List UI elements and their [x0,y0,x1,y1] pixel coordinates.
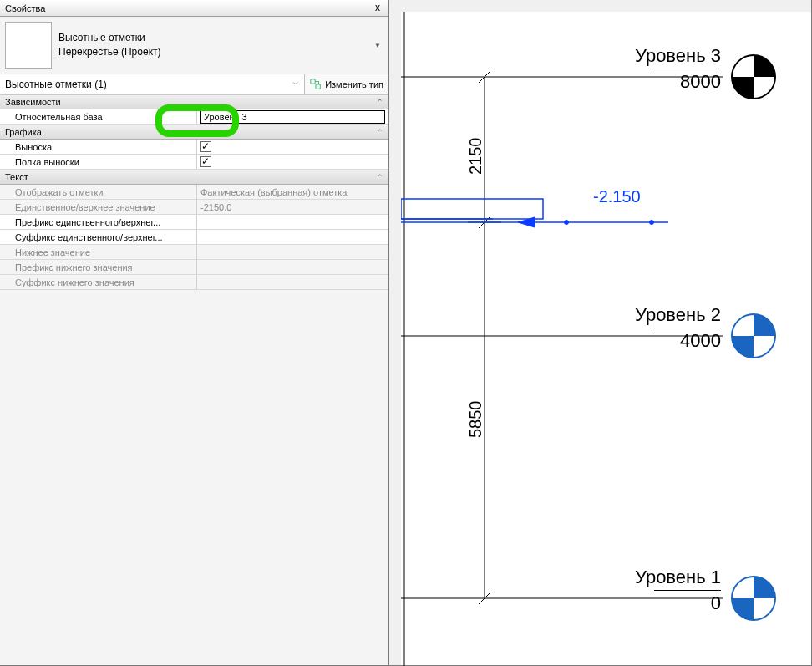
prop-row-display: Отображать отметки Фактическая (выбранна… [0,185,388,200]
prop-label: Суффикс нижнего значения [0,275,197,289]
edit-type-label: Изменить тип [325,79,383,89]
prop-row-relative-base: Относительная база Уровень 3 [0,109,388,125]
prop-label: Полка выноски [0,155,197,169]
prop-label: Выноска [0,140,197,154]
prop-value[interactable] [197,215,388,229]
level-label-1: Уровень 1 0 [635,567,721,614]
dimension-5850[interactable]: 5850 [466,401,485,439]
prop-value-cell[interactable] [197,140,388,154]
drawing-canvas-wrap: Уровень 3 8000 Уровень 2 4000 Уровень 1 … [389,0,812,666]
panel-titlebar: Свойства x [0,0,388,17]
level-label-2: Уровень 2 4000 [635,304,721,352]
prop-value-cell: Уровень 3 [197,109,388,124]
prop-label: Отображать отметки [0,185,197,199]
group-title: Зависимости [5,97,61,107]
prop-row-single-top: Единственное/верхнее значение -2150.0 [0,200,388,215]
prop-value[interactable] [197,230,388,244]
prop-value: -2150.0 [197,200,388,214]
group-header-constraints[interactable]: Зависимости ⌃ [0,94,388,109]
edit-type-button[interactable]: Изменить тип [305,74,388,94]
spot-elevation-value[interactable]: -2.150 [593,187,641,206]
panel-title-text: Свойства [5,3,45,13]
level-elevation: 8000 [654,69,721,93]
prop-value [197,245,388,259]
level-elevation: 0 [654,590,721,614]
type-selector-dropdown-icon[interactable]: ▼ [372,22,383,69]
group-header-text[interactable]: Текст ⌃ [0,170,388,185]
prop-label: Префикс единственного/верхнег... [0,215,197,229]
prop-row-leader: Выноска [0,140,388,155]
type-name: Перекрестье (Проект) [58,45,372,59]
prop-row-prefix-top: Префикс единственного/верхнег... [0,215,388,230]
prop-row-lower: Нижнее значение [0,245,388,260]
type-thumbnail [5,22,52,69]
collapse-icon: ⌃ [377,128,383,136]
drawing-canvas[interactable]: Уровень 3 8000 Уровень 2 4000 Уровень 1 … [401,12,811,665]
prop-label: Префикс нижнего значения [0,260,197,274]
group-title: Текст [5,172,28,182]
relative-base-dropdown[interactable]: Уровень 3 [200,110,385,124]
checkbox-leader-shelf[interactable] [200,156,211,167]
svg-rect-0 [311,79,315,83]
prop-label: Суффикс единственного/верхнег... [0,230,197,244]
prop-value [197,260,388,274]
prop-label: Единственное/верхнее значение [0,200,197,214]
canvas-geometry [401,12,812,666]
prop-label: Нижнее значение [0,245,197,259]
selection-filter-text: Высотные отметки (1) [5,79,107,90]
filter-row: Высотные отметки (1) ﹀ Изменить тип [0,74,388,94]
chevron-down-icon: ﹀ [292,79,299,89]
close-icon[interactable]: x [372,3,383,14]
type-selector[interactable]: Высотные отметки Перекрестье (Проект) ▼ [0,17,388,74]
checkbox-leader[interactable] [200,141,211,152]
selection-filter-combo[interactable]: Высотные отметки (1) ﹀ [0,74,305,94]
level-elevation: 4000 [654,328,721,352]
svg-rect-16 [401,199,543,219]
svg-point-20 [650,221,654,225]
group-header-graphics[interactable]: Графика ⌃ [0,125,388,140]
level-name: Уровень 3 [635,45,721,67]
prop-value-cell[interactable] [197,155,388,169]
prop-row-suffix-low: Суффикс нижнего значения [0,275,388,290]
edit-type-icon [310,79,322,90]
level-name: Уровень 2 [635,304,721,326]
level-name: Уровень 1 [635,567,721,588]
svg-point-19 [565,221,569,225]
collapse-icon: ⌃ [377,173,383,181]
family-name: Высотные отметки [58,31,372,45]
group-title: Графика [5,127,42,137]
collapse-icon: ⌃ [377,98,383,106]
relative-base-value: Уровень 3 [204,110,247,124]
dimension-2150[interactable]: 2150 [466,138,485,175]
prop-row-suffix-top: Суффикс единственного/верхнег... [0,230,388,245]
type-info: Высотные отметки Перекрестье (Проект) [58,31,372,60]
prop-row-prefix-low: Префикс нижнего значения [0,260,388,275]
level-label-3: Уровень 3 8000 [635,45,721,93]
properties-panel: Свойства x Высотные отметки Перекрестье … [0,0,389,666]
prop-value [197,275,388,289]
prop-value: Фактическая (выбранная) отметка [197,185,388,199]
svg-rect-1 [316,84,320,89]
prop-label: Относительная база [0,109,197,124]
prop-row-leader-shelf: Полка выноски [0,155,388,170]
